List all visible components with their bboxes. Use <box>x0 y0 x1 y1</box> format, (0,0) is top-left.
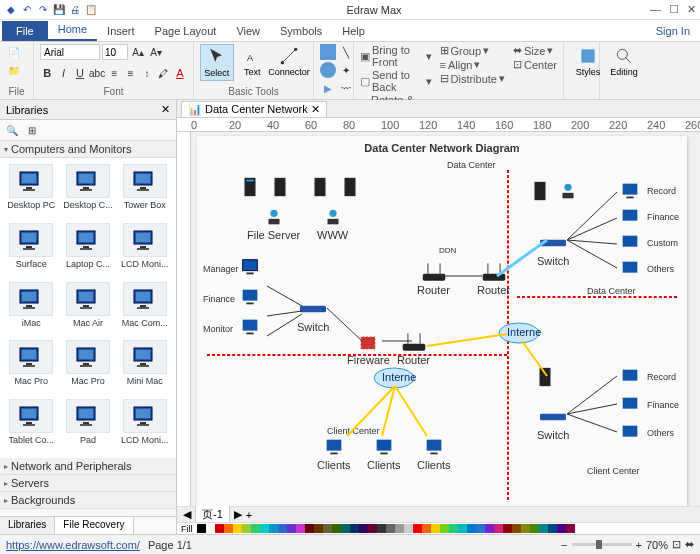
router-node[interactable]: Router <box>417 261 450 296</box>
color-swatch[interactable] <box>449 524 458 533</box>
color-swatch[interactable] <box>395 524 404 533</box>
lib-section-servers[interactable]: Servers <box>0 475 176 492</box>
color-swatch[interactable] <box>233 524 242 533</box>
color-swatch[interactable] <box>368 524 377 533</box>
lib-section-network[interactable]: Network and Peripherals <box>0 458 176 475</box>
lib-section-backgrounds[interactable]: Backgrounds <box>0 492 176 509</box>
color-swatch[interactable] <box>440 524 449 533</box>
fit-page-icon[interactable]: ⊡ <box>672 538 681 551</box>
fireware-node[interactable]: Fireware <box>347 331 390 366</box>
tab-view[interactable]: View <box>226 21 270 41</box>
pc-node[interactable] <box>617 422 643 444</box>
color-swatch[interactable] <box>458 524 467 533</box>
pc-node[interactable] <box>617 258 643 280</box>
server-node[interactable] <box>267 176 293 198</box>
italic-button[interactable]: I <box>56 65 70 81</box>
shape-curve-icon[interactable]: 〰 <box>338 80 354 96</box>
library-item[interactable]: Desktop PC <box>4 162 59 219</box>
save-icon[interactable]: 💾 <box>52 3 66 17</box>
new-icon[interactable]: 📄 <box>6 44 22 60</box>
send-back-button[interactable]: ▢ Send to Back ▾ <box>360 69 432 93</box>
color-swatch[interactable] <box>530 524 539 533</box>
decrease-font-icon[interactable]: A▾ <box>148 44 164 60</box>
bring-front-button[interactable]: ▣ Bring to Front ▾ <box>360 44 432 68</box>
color-swatch[interactable] <box>224 524 233 533</box>
library-item[interactable]: LCD Moni... <box>117 221 172 278</box>
text-tool[interactable]: AText <box>236 44 269 81</box>
internet-cloud[interactable]: Internet <box>497 321 541 345</box>
color-swatch[interactable] <box>467 524 476 533</box>
color-swatch[interactable] <box>431 524 440 533</box>
color-swatch[interactable] <box>512 524 521 533</box>
finance-node[interactable] <box>237 286 263 308</box>
color-swatch[interactable] <box>197 524 206 533</box>
switch-node[interactable]: Switch <box>537 232 569 267</box>
redo-icon[interactable]: ↷ <box>36 3 50 17</box>
zoom-slider[interactable] <box>572 543 632 546</box>
font-name-input[interactable] <box>40 44 100 60</box>
client-node[interactable]: Clients <box>317 436 351 471</box>
shape-rect-icon[interactable] <box>320 44 336 60</box>
color-swatch[interactable] <box>206 524 215 533</box>
color-swatch[interactable] <box>521 524 530 533</box>
file-server-node[interactable]: File Server <box>247 206 300 241</box>
increase-font-icon[interactable]: A▴ <box>130 44 146 60</box>
page-next-icon[interactable]: ▶ <box>234 508 242 521</box>
lib-tab-libraries[interactable]: Libraries <box>0 517 55 534</box>
router-node[interactable]: Router <box>477 261 510 296</box>
server-node[interactable] <box>337 176 363 198</box>
underline-button[interactable]: U <box>73 65 87 81</box>
zoom-out-icon[interactable]: − <box>561 539 567 551</box>
select-tool[interactable]: Select <box>200 44 234 81</box>
www-node[interactable]: WWW <box>317 206 348 241</box>
doc-close-icon[interactable]: ✕ <box>311 103 320 116</box>
color-swatch[interactable] <box>377 524 386 533</box>
font-size-input[interactable] <box>102 44 128 60</box>
library-item[interactable]: Mac Pro <box>4 338 59 395</box>
color-swatch[interactable] <box>548 524 557 533</box>
tab-symbols[interactable]: Symbols <box>270 21 332 41</box>
client-node[interactable]: Clients <box>417 436 451 471</box>
status-url[interactable]: https://www.edrawsoft.com/ <box>6 539 140 551</box>
library-item[interactable]: Mac Pro <box>61 338 116 395</box>
bullets-icon[interactable]: ≡ <box>107 65 121 81</box>
library-item[interactable]: iMac <box>4 280 59 337</box>
highlight-icon[interactable]: 🖍 <box>156 65 170 81</box>
color-swatch[interactable] <box>485 524 494 533</box>
open-icon[interactable]: 📁 <box>6 62 22 78</box>
pc-node[interactable] <box>617 394 643 416</box>
library-item[interactable]: LCD Moni... <box>117 397 172 454</box>
font-color-icon[interactable]: A <box>173 65 187 81</box>
close-button[interactable]: ✕ <box>687 3 696 16</box>
libraries-close-icon[interactable]: ✕ <box>161 103 170 116</box>
library-item[interactable]: Desktop C... <box>61 162 116 219</box>
library-item[interactable]: Tower Box <box>117 162 172 219</box>
switch-node[interactable]: Switch <box>537 406 569 441</box>
document-tab[interactable]: 📊 Data Center Network ✕ <box>181 101 327 117</box>
tab-file[interactable]: File <box>2 21 48 41</box>
pc-node[interactable] <box>617 206 643 228</box>
connector-tool[interactable]: Connector <box>271 44 307 81</box>
color-swatch[interactable] <box>215 524 224 533</box>
maximize-button[interactable]: ☐ <box>669 3 679 16</box>
color-swatch[interactable] <box>386 524 395 533</box>
shape-line-icon[interactable]: ╲ <box>338 44 354 60</box>
color-swatch[interactable] <box>494 524 503 533</box>
color-swatch[interactable] <box>332 524 341 533</box>
page[interactable]: Data Center Network Diagram Data Center … <box>197 136 687 506</box>
print-icon[interactable]: 🖨 <box>68 3 82 17</box>
color-swatch[interactable] <box>305 524 314 533</box>
size-button[interactable]: ⬌ Size ▾ <box>513 44 557 57</box>
router-node[interactable]: Router <box>397 331 430 366</box>
color-swatch[interactable] <box>269 524 278 533</box>
color-swatch[interactable] <box>404 524 413 533</box>
library-item[interactable]: Mac Air <box>61 280 116 337</box>
undo-icon[interactable]: ↶ <box>20 3 34 17</box>
color-swatch[interactable] <box>341 524 350 533</box>
tab-help[interactable]: Help <box>332 21 375 41</box>
switch-node[interactable]: Switch <box>297 298 329 333</box>
color-swatch[interactable] <box>476 524 485 533</box>
pc-node[interactable] <box>617 232 643 254</box>
paste-icon[interactable]: 📋 <box>84 3 98 17</box>
color-swatch[interactable] <box>539 524 548 533</box>
